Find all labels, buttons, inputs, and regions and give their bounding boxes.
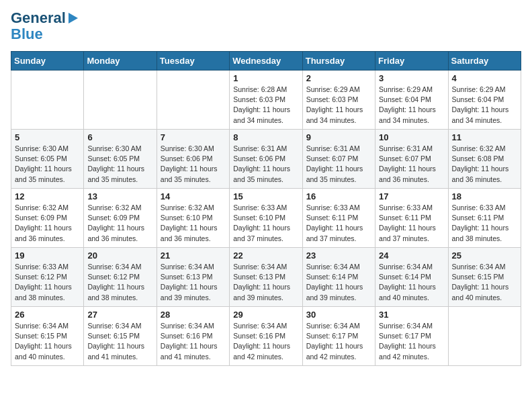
calendar-cell: 20Sunrise: 6:34 AM Sunset: 6:12 PM Dayli… xyxy=(84,248,157,307)
day-number: 21 xyxy=(161,250,226,261)
calendar-cell: 23Sunrise: 6:34 AM Sunset: 6:14 PM Dayli… xyxy=(302,248,375,307)
day-number: 7 xyxy=(161,132,226,142)
day-info: Sunrise: 6:34 AM Sunset: 6:13 PM Dayligh… xyxy=(161,262,226,303)
day-number: 1 xyxy=(233,73,298,83)
calendar-cell: 7Sunrise: 6:30 AM Sunset: 6:06 PM Daylig… xyxy=(157,130,229,189)
calendar-cell: 13Sunrise: 6:32 AM Sunset: 6:09 PM Dayli… xyxy=(84,189,157,248)
day-info: Sunrise: 6:33 AM Sunset: 6:11 PM Dayligh… xyxy=(379,203,444,244)
calendar-cell: 8Sunrise: 6:31 AM Sunset: 6:06 PM Daylig… xyxy=(230,130,302,189)
day-number: 28 xyxy=(161,310,226,320)
calendar-cell: 5Sunrise: 6:30 AM Sunset: 6:05 PM Daylig… xyxy=(11,130,84,189)
day-info: Sunrise: 6:31 AM Sunset: 6:07 PM Dayligh… xyxy=(379,144,444,185)
day-number: 17 xyxy=(379,191,444,201)
day-info: Sunrise: 6:30 AM Sunset: 6:06 PM Dayligh… xyxy=(161,144,226,185)
day-number: 3 xyxy=(379,73,444,83)
day-number: 29 xyxy=(233,310,298,320)
day-number: 13 xyxy=(87,191,152,201)
calendar-cell: 3Sunrise: 6:29 AM Sunset: 6:04 PM Daylig… xyxy=(375,71,448,130)
calendar-cell: 1Sunrise: 6:28 AM Sunset: 6:03 PM Daylig… xyxy=(230,71,302,130)
day-info: Sunrise: 6:33 AM Sunset: 6:12 PM Dayligh… xyxy=(15,262,80,303)
weekday-header-wednesday: Wednesday xyxy=(230,52,302,71)
day-number: 31 xyxy=(379,310,444,320)
calendar-cell: 15Sunrise: 6:33 AM Sunset: 6:10 PM Dayli… xyxy=(230,189,302,248)
day-number: 14 xyxy=(161,191,226,201)
calendar-cell: 27Sunrise: 6:34 AM Sunset: 6:15 PM Dayli… xyxy=(84,307,157,366)
day-number: 8 xyxy=(233,132,298,142)
calendar-cell: 6Sunrise: 6:30 AM Sunset: 6:05 PM Daylig… xyxy=(84,130,157,189)
day-number: 26 xyxy=(15,310,80,320)
calendar-cell: 14Sunrise: 6:32 AM Sunset: 6:10 PM Dayli… xyxy=(157,189,229,248)
day-number: 25 xyxy=(452,250,517,261)
day-number: 30 xyxy=(306,310,371,320)
day-info: Sunrise: 6:29 AM Sunset: 6:04 PM Dayligh… xyxy=(379,85,444,126)
weekday-header-monday: Monday xyxy=(84,52,157,71)
day-info: Sunrise: 6:34 AM Sunset: 6:15 PM Dayligh… xyxy=(15,321,80,362)
calendar-cell: 2Sunrise: 6:29 AM Sunset: 6:03 PM Daylig… xyxy=(302,71,375,130)
day-info: Sunrise: 6:34 AM Sunset: 6:12 PM Dayligh… xyxy=(87,262,152,303)
calendar-cell: 12Sunrise: 6:32 AM Sunset: 6:09 PM Dayli… xyxy=(11,189,84,248)
calendar-cell: 16Sunrise: 6:33 AM Sunset: 6:11 PM Dayli… xyxy=(302,189,375,248)
day-number: 24 xyxy=(379,250,444,261)
day-number: 5 xyxy=(15,132,80,142)
calendar-cell: 19Sunrise: 6:33 AM Sunset: 6:12 PM Dayli… xyxy=(11,248,84,307)
day-info: Sunrise: 6:34 AM Sunset: 6:16 PM Dayligh… xyxy=(161,321,226,362)
day-info: Sunrise: 6:34 AM Sunset: 6:17 PM Dayligh… xyxy=(379,321,444,362)
day-info: Sunrise: 6:32 AM Sunset: 6:10 PM Dayligh… xyxy=(161,203,226,244)
calendar-cell xyxy=(11,71,84,130)
weekday-header-friday: Friday xyxy=(375,52,448,71)
day-info: Sunrise: 6:34 AM Sunset: 6:17 PM Dayligh… xyxy=(306,321,371,362)
calendar-cell: 28Sunrise: 6:34 AM Sunset: 6:16 PM Dayli… xyxy=(157,307,229,366)
calendar-cell xyxy=(448,307,521,366)
day-number: 2 xyxy=(306,73,371,83)
day-info: Sunrise: 6:32 AM Sunset: 6:09 PM Dayligh… xyxy=(15,203,80,244)
calendar-table: SundayMondayTuesdayWednesdayThursdayFrid… xyxy=(11,51,521,366)
day-info: Sunrise: 6:34 AM Sunset: 6:16 PM Dayligh… xyxy=(233,321,298,362)
calendar-cell: 22Sunrise: 6:34 AM Sunset: 6:13 PM Dayli… xyxy=(230,248,302,307)
day-number: 22 xyxy=(233,250,298,261)
day-number: 9 xyxy=(306,132,371,142)
logo-blue: Blue xyxy=(11,26,43,43)
day-info: Sunrise: 6:33 AM Sunset: 6:11 PM Dayligh… xyxy=(306,203,371,244)
day-number: 18 xyxy=(452,191,517,201)
day-number: 12 xyxy=(15,191,80,201)
calendar-cell: 17Sunrise: 6:33 AM Sunset: 6:11 PM Dayli… xyxy=(375,189,448,248)
day-number: 23 xyxy=(306,250,371,261)
weekday-header-tuesday: Tuesday xyxy=(157,52,229,71)
day-info: Sunrise: 6:33 AM Sunset: 6:10 PM Dayligh… xyxy=(233,203,298,244)
day-info: Sunrise: 6:34 AM Sunset: 6:14 PM Dayligh… xyxy=(306,262,371,303)
calendar-cell: 18Sunrise: 6:33 AM Sunset: 6:11 PM Dayli… xyxy=(448,189,521,248)
day-info: Sunrise: 6:30 AM Sunset: 6:05 PM Dayligh… xyxy=(87,144,152,185)
day-number: 6 xyxy=(87,132,152,142)
calendar-cell xyxy=(157,71,229,130)
day-number: 15 xyxy=(233,191,298,201)
day-info: Sunrise: 6:31 AM Sunset: 6:06 PM Dayligh… xyxy=(233,144,298,185)
calendar-cell: 10Sunrise: 6:31 AM Sunset: 6:07 PM Dayli… xyxy=(375,130,448,189)
day-info: Sunrise: 6:32 AM Sunset: 6:08 PM Dayligh… xyxy=(452,144,517,185)
calendar-cell: 21Sunrise: 6:34 AM Sunset: 6:13 PM Dayli… xyxy=(157,248,229,307)
calendar-cell: 29Sunrise: 6:34 AM Sunset: 6:16 PM Dayli… xyxy=(230,307,302,366)
weekday-header-sunday: Sunday xyxy=(11,52,84,71)
calendar-cell xyxy=(84,71,157,130)
day-info: Sunrise: 6:33 AM Sunset: 6:11 PM Dayligh… xyxy=(452,203,517,244)
day-number: 19 xyxy=(15,250,80,261)
day-number: 11 xyxy=(452,132,517,142)
day-info: Sunrise: 6:30 AM Sunset: 6:05 PM Dayligh… xyxy=(15,144,80,185)
page-header: General Blue xyxy=(11,11,521,43)
day-info: Sunrise: 6:34 AM Sunset: 6:15 PM Dayligh… xyxy=(452,262,517,303)
weekday-header-thursday: Thursday xyxy=(302,52,375,71)
logo: General Blue xyxy=(11,11,78,43)
calendar-cell: 24Sunrise: 6:34 AM Sunset: 6:14 PM Dayli… xyxy=(375,248,448,307)
day-info: Sunrise: 6:29 AM Sunset: 6:04 PM Dayligh… xyxy=(452,85,517,126)
calendar-cell: 11Sunrise: 6:32 AM Sunset: 6:08 PM Dayli… xyxy=(448,130,521,189)
day-number: 10 xyxy=(379,132,444,142)
calendar-cell: 4Sunrise: 6:29 AM Sunset: 6:04 PM Daylig… xyxy=(448,71,521,130)
day-info: Sunrise: 6:32 AM Sunset: 6:09 PM Dayligh… xyxy=(87,203,152,244)
logo-arrow-icon xyxy=(69,13,78,24)
day-number: 27 xyxy=(87,310,152,320)
day-info: Sunrise: 6:28 AM Sunset: 6:03 PM Dayligh… xyxy=(233,85,298,126)
weekday-header-saturday: Saturday xyxy=(448,52,521,71)
calendar-cell: 9Sunrise: 6:31 AM Sunset: 6:07 PM Daylig… xyxy=(302,130,375,189)
day-number: 4 xyxy=(452,73,517,83)
calendar-cell: 31Sunrise: 6:34 AM Sunset: 6:17 PM Dayli… xyxy=(375,307,448,366)
day-info: Sunrise: 6:34 AM Sunset: 6:14 PM Dayligh… xyxy=(379,262,444,303)
